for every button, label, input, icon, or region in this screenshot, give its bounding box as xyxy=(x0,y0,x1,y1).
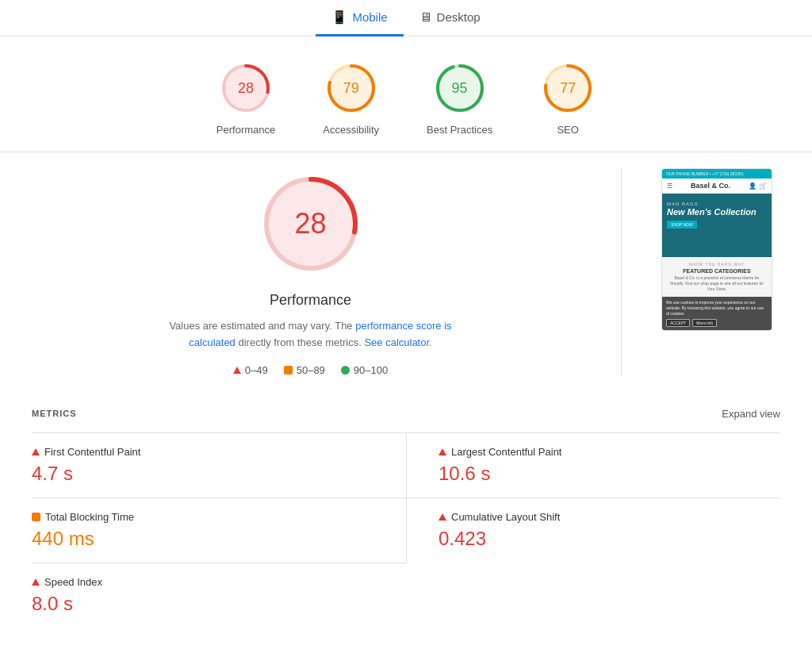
desc-after: directly from these metrics. xyxy=(236,336,365,348)
large-score-value: 28 xyxy=(294,207,326,240)
metrics-title: METRICS xyxy=(32,409,77,418)
legend: 0–49 50–89 90–100 xyxy=(233,364,388,376)
tab-desktop[interactable]: 🖥 Desktop xyxy=(404,1,496,36)
desktop-icon: 🖥 xyxy=(419,10,432,25)
phone-hero-label: MAN BAGS xyxy=(667,202,767,206)
score-seo: 77 SEO xyxy=(540,60,596,136)
score-label-seo: SEO xyxy=(557,124,578,136)
phone-top-bar-text: OUR PHONE NUMBER • +77 (720) 283351 xyxy=(666,171,743,176)
large-score-circle: 28 xyxy=(255,168,366,279)
metric-fcp-name: First Contentful Paint xyxy=(44,446,140,458)
score-circle-accessibility: 79 xyxy=(324,60,379,116)
phone-featured-title: FEATURED CATEGORIES xyxy=(667,268,767,274)
metric-tbt-icon xyxy=(32,513,40,521)
phone-hero: MAN BAGS New Men's Collection SHOP NOW xyxy=(662,194,772,257)
tab-desktop-label: Desktop xyxy=(437,10,481,24)
metric-fcp-header: First Contentful Paint xyxy=(32,446,374,458)
tab-mobile-label: Mobile xyxy=(352,10,387,24)
scores-row: 28 Performance 79 Accessibility 95 Best … xyxy=(0,36,812,152)
score-accessibility: 79 Accessibility xyxy=(323,60,379,136)
metric-cls-header: Cumulative Layout Shift xyxy=(439,511,780,523)
phone-cookie-more[interactable]: More Info xyxy=(692,319,717,327)
legend-circle-green-icon xyxy=(341,366,350,375)
metric-si-icon xyxy=(32,578,40,586)
phone-cookie-text: We use cookies to improve your experienc… xyxy=(666,300,768,317)
score-value-performance: 28 xyxy=(238,80,254,97)
metric-tbt-header: Total Blocking Time xyxy=(32,511,374,523)
score-label-performance: Performance xyxy=(216,124,275,136)
metrics-grid: First Contentful Paint 4.7 s Largest Con… xyxy=(32,432,780,628)
desc-prefix: Values are estimated and may vary. The xyxy=(169,320,355,332)
metrics-section: METRICS Expand view First Contentful Pai… xyxy=(0,392,812,644)
score-circle-best-practices: 95 xyxy=(432,60,488,116)
phone-screenshot: OUR PHONE NUMBER • +77 (720) 283351 ☰ Ba… xyxy=(661,168,772,331)
score-label-best-practices: Best Practices xyxy=(427,124,492,136)
metric-si-header: Speed Index xyxy=(32,576,374,588)
expand-view-button[interactable]: Expand view xyxy=(722,408,780,420)
metric-lcp: Largest Contentful Paint 10.6 s xyxy=(406,432,780,498)
metric-tbt: Total Blocking Time 440 ms xyxy=(32,498,406,563)
tab-bar: 📱 Mobile 🖥 Desktop xyxy=(0,0,812,36)
right-panel: OUR PHONE NUMBER • +77 (720) 283351 ☰ Ba… xyxy=(653,168,780,376)
legend-square-orange-icon xyxy=(284,366,293,375)
score-best-practices: 95 Best Practices xyxy=(427,60,492,136)
metric-fcp-icon xyxy=(32,448,40,455)
performance-description: Values are estimated and may vary. The p… xyxy=(152,318,469,352)
score-value-accessibility: 79 xyxy=(343,80,359,97)
phone-logo: Basel & Co. xyxy=(691,182,730,190)
phone-top-bar: OUR PHONE NUMBER • +77 (720) 283351 xyxy=(662,169,772,179)
left-panel: 28 Performance Values are estimated and … xyxy=(32,168,589,376)
phone-cookie-btns: ACCEPT More Info xyxy=(666,319,768,327)
performance-title: Performance xyxy=(270,292,351,309)
score-circle-seo: 77 xyxy=(540,60,596,116)
phone-hero-btn: SHOP NOW xyxy=(667,221,697,229)
legend-triangle-red-icon xyxy=(233,367,241,374)
phone-featured-text: Basel & Co. is a powerful eCommerce them… xyxy=(667,275,767,292)
phone-hero-title: New Men's Collection xyxy=(667,206,767,217)
phone-featured: MADE THE HARD WAY FEATURED CATEGORIES Ba… xyxy=(662,257,772,297)
metric-tbt-name: Total Blocking Time xyxy=(45,511,134,523)
metric-lcp-value: 10.6 s xyxy=(439,463,780,485)
mobile-icon: 📱 xyxy=(331,10,347,25)
metric-tbt-value: 440 ms xyxy=(32,528,374,550)
phone-cookie-accept[interactable]: ACCEPT xyxy=(666,319,690,327)
metric-si-name: Speed Index xyxy=(44,576,102,588)
legend-range-low: 0–49 xyxy=(245,364,268,376)
score-value-best-practices: 95 xyxy=(452,80,468,97)
metric-lcp-header: Largest Contentful Paint xyxy=(439,446,780,458)
metric-lcp-name: Largest Contentful Paint xyxy=(451,446,561,458)
main-content: 28 Performance Values are estimated and … xyxy=(0,152,812,392)
legend-range-high: 90–100 xyxy=(354,364,388,376)
legend-item-low: 0–49 xyxy=(233,364,268,376)
legend-item-mid: 50–89 xyxy=(284,364,325,376)
metric-fcp: First Contentful Paint 4.7 s xyxy=(32,432,406,498)
legend-item-high: 90–100 xyxy=(341,364,388,376)
tab-mobile[interactable]: 📱 Mobile xyxy=(316,0,403,36)
main-separator xyxy=(621,168,622,376)
metric-lcp-icon xyxy=(439,448,446,455)
score-performance: 28 Performance xyxy=(216,60,275,136)
desc-link2[interactable]: See calculator. xyxy=(364,336,431,348)
metric-si-value: 8.0 s xyxy=(32,593,374,615)
metric-cls-icon xyxy=(439,513,446,521)
metric-cls: Cumulative Layout Shift 0.423 xyxy=(406,498,780,563)
metric-cls-value: 0.423 xyxy=(439,528,780,550)
metric-cls-name: Cumulative Layout Shift xyxy=(451,511,560,523)
metrics-header: METRICS Expand view xyxy=(32,408,780,420)
phone-nav-bar: ☰ Basel & Co. 👤 🛒 xyxy=(662,179,772,194)
metric-si: Speed Index 8.0 s xyxy=(32,563,406,628)
metric-fcp-value: 4.7 s xyxy=(32,463,374,485)
legend-range-mid: 50–89 xyxy=(297,364,325,376)
score-label-accessibility: Accessibility xyxy=(323,124,379,136)
phone-cookie: We use cookies to improve your experienc… xyxy=(662,297,772,330)
score-circle-performance: 28 xyxy=(218,60,274,116)
phone-section-label: MADE THE HARD WAY xyxy=(667,262,767,267)
score-value-seo: 77 xyxy=(560,80,576,97)
